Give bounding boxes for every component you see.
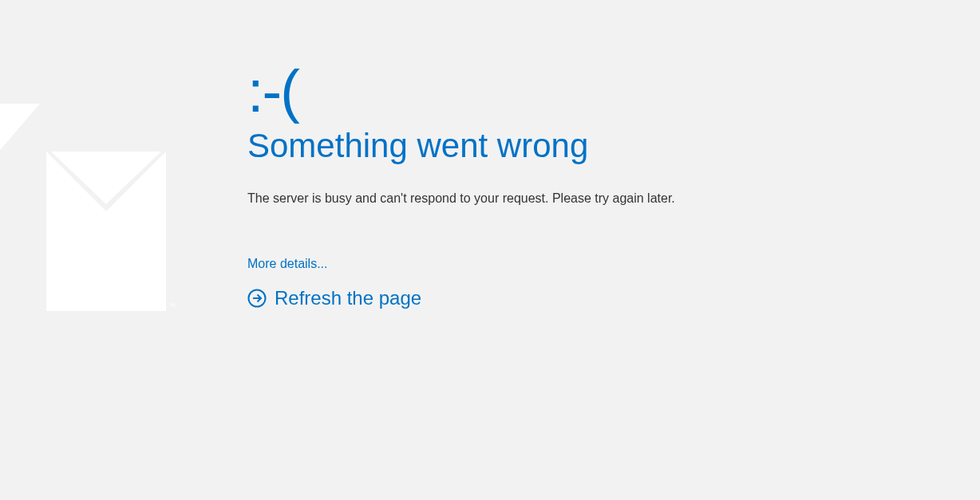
more-details-link[interactable]: More details... <box>247 257 327 271</box>
svg-marker-2 <box>46 152 166 211</box>
refresh-label: Refresh the page <box>275 287 421 309</box>
error-panel: :-( Something went wrong The server is b… <box>247 62 806 309</box>
svg-text:™: ™ <box>169 301 176 311</box>
mail-watermark-icon: ™ <box>0 104 176 311</box>
refresh-arrow-icon <box>247 289 267 308</box>
sad-face-emoticon: :-( <box>247 62 806 121</box>
svg-marker-1 <box>46 152 166 311</box>
svg-marker-0 <box>0 104 40 159</box>
error-heading: Something went wrong <box>247 128 806 164</box>
refresh-button[interactable]: Refresh the page <box>247 287 806 309</box>
svg-marker-3 <box>51 152 161 204</box>
error-message: The server is busy and can't respond to … <box>247 191 806 206</box>
